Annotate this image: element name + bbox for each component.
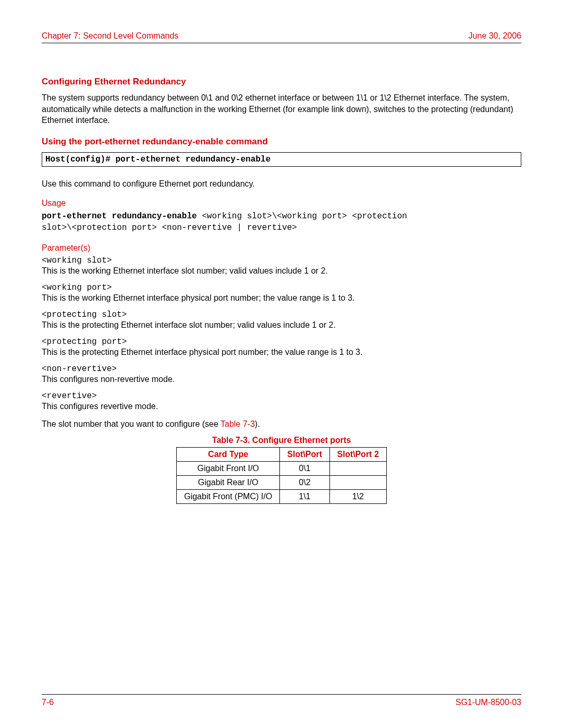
command-box: Host(config)# port-ethernet redundancy-e… bbox=[42, 152, 521, 167]
param-working-slot: <working slot> This is the working Ether… bbox=[42, 256, 521, 276]
usage-args-1: <working slot>\<working port> <protectio… bbox=[197, 212, 407, 221]
parameters-label: Parameter(s) bbox=[42, 243, 521, 253]
page-header: Chapter 7: Second Level Commands June 30… bbox=[42, 31, 521, 43]
param-name: <working port> bbox=[42, 283, 521, 292]
footer-page-number: 7-6 bbox=[42, 698, 54, 707]
td-slot-port-2: 1\2 bbox=[329, 490, 386, 504]
param-non-revertive: <non-revertive> This configures non-reve… bbox=[42, 364, 521, 384]
param-desc: This is the working Ethernet interface s… bbox=[42, 266, 328, 275]
table-reference-note: The slot number that you want to configu… bbox=[42, 418, 521, 430]
param-revertive: <revertive> This configures revertive mo… bbox=[42, 391, 521, 411]
param-name: <protecting slot> bbox=[42, 310, 521, 319]
th-card-type: Card Type bbox=[177, 448, 280, 462]
td-slot-port: 0\2 bbox=[280, 476, 330, 490]
param-desc: This is the protecting Ethernet interfac… bbox=[42, 320, 336, 329]
table-row: Gigabit Front I/O 0\1 bbox=[177, 462, 387, 476]
param-name: <non-revertive> bbox=[42, 364, 521, 374]
param-working-port: <working port> This is the working Ether… bbox=[42, 283, 521, 303]
th-slot-port-2: Slot\Port 2 bbox=[329, 448, 386, 462]
note-post: ). bbox=[255, 419, 260, 428]
param-desc: This is the protecting Ethernet interfac… bbox=[42, 348, 362, 356]
table-link[interactable]: Table 7-3 bbox=[221, 419, 255, 428]
note-pre: The slot number that you want to configu… bbox=[42, 419, 221, 428]
table-header-row: Card Type Slot\Port Slot\Port 2 bbox=[177, 448, 387, 462]
command-description: Use this command to configure Ethernet p… bbox=[42, 178, 521, 190]
section-body-configuring: The system supports redundancy between 0… bbox=[42, 92, 521, 126]
usage-command-bold: port-ethernet redundancy-enable bbox=[42, 212, 197, 221]
footer-doc-id: SG1-UM-8500-03 bbox=[456, 698, 521, 707]
th-slot-port: Slot\Port bbox=[280, 448, 330, 462]
param-protecting-port: <protecting port> This is the protecting… bbox=[42, 337, 521, 357]
param-name: <revertive> bbox=[42, 391, 521, 401]
td-card-type: Gigabit Rear I/O bbox=[177, 476, 280, 490]
td-slot-port: 1\1 bbox=[280, 490, 330, 504]
usage-args-2: slot>\<protection port> <non-revertive |… bbox=[42, 223, 297, 232]
param-name: <protecting port> bbox=[42, 337, 521, 347]
param-desc: This is the working Ethernet interface p… bbox=[42, 293, 354, 302]
td-card-type: Gigabit Front I/O bbox=[177, 462, 280, 476]
td-slot-port-2 bbox=[329, 462, 386, 476]
table-caption: Table 7-3. Configure Ethernet ports bbox=[42, 436, 521, 445]
header-date: June 30, 2006 bbox=[469, 31, 521, 41]
param-protecting-slot: <protecting slot> This is the protecting… bbox=[42, 310, 521, 330]
usage-syntax: port-ethernet redundancy-enable <working… bbox=[42, 211, 521, 233]
td-card-type: Gigabit Front (PMC) I/O bbox=[177, 490, 280, 504]
content: Configuring Ethernet Redundancy The syst… bbox=[42, 75, 521, 504]
page: Chapter 7: Second Level Commands June 30… bbox=[0, 0, 563, 728]
param-desc: This configures revertive mode. bbox=[42, 402, 158, 411]
td-slot-port: 0\1 bbox=[280, 462, 330, 476]
section-title-configuring: Configuring Ethernet Redundancy bbox=[42, 77, 521, 87]
param-desc: This configures non-revertive mode. bbox=[42, 375, 175, 384]
section-title-using-command: Using the port-ethernet redundancy-enabl… bbox=[42, 137, 521, 147]
header-chapter: Chapter 7: Second Level Commands bbox=[42, 31, 178, 41]
table-row: Gigabit Front (PMC) I/O 1\1 1\2 bbox=[177, 490, 387, 504]
usage-label: Usage bbox=[42, 199, 521, 208]
table-row: Gigabit Rear I/O 0\2 bbox=[177, 476, 387, 490]
page-footer: 7-6 SG1-UM-8500-03 bbox=[42, 694, 521, 707]
ethernet-ports-table: Card Type Slot\Port Slot\Port 2 Gigabit … bbox=[176, 447, 387, 504]
td-slot-port-2 bbox=[329, 476, 386, 490]
param-name: <working slot> bbox=[42, 256, 521, 265]
